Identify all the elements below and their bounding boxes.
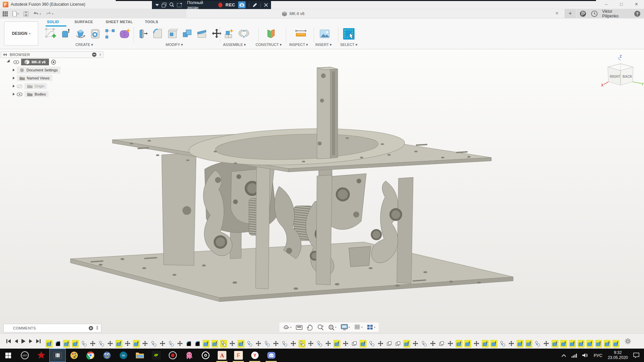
timeline-feature-joint[interactable] [150, 340, 157, 348]
action-center-icon[interactable] [633, 353, 639, 358]
timeline-feature-move[interactable] [255, 340, 262, 348]
timeline-feature-move[interactable] [159, 340, 166, 348]
look-at-icon[interactable] [296, 324, 303, 330]
timeline-feature-move[interactable] [412, 340, 419, 348]
activate-radio-icon[interactable] [51, 60, 56, 65]
expander-icon[interactable] [13, 69, 15, 71]
taskbar-app-fusion360[interactable]: F [230, 349, 247, 362]
timeline-feature-joint[interactable] [281, 340, 288, 348]
taskbar-app-uefi[interactable]: UEFI [16, 349, 33, 362]
timeline-feature-pattern[interactable] [351, 340, 358, 348]
expander-icon[interactable] [7, 59, 12, 65]
hide-panel-icon[interactable] [92, 52, 97, 57]
timeline-feature-joint[interactable] [246, 340, 253, 348]
timeline-feature-joint[interactable] [80, 340, 88, 348]
network-icon[interactable] [572, 353, 577, 358]
timeline-feature-joint[interactable] [98, 340, 105, 348]
timeline-feature-pattern[interactable] [438, 340, 445, 348]
timeline-feature-move[interactable] [290, 340, 297, 348]
timeline-feature-move[interactable] [89, 340, 96, 348]
timeline-feature-extrude[interactable] [46, 340, 53, 348]
timeline-feature-joint[interactable] [264, 340, 271, 348]
timeline-feature-move[interactable] [142, 340, 149, 348]
expand-comments-icon[interactable] [89, 326, 93, 330]
taskbar-app-sync-app[interactable] [197, 349, 214, 362]
timeline-feature-extrude[interactable] [612, 340, 620, 348]
timeline-feature-extrude[interactable] [569, 340, 576, 348]
expander-icon[interactable] [13, 93, 15, 96]
timeline-feature-move[interactable] [508, 340, 515, 348]
pan-icon[interactable] [307, 324, 313, 330]
browser-item-document-settings[interactable]: Document Settings [1, 66, 103, 74]
orbit-icon[interactable]: ▾ [283, 324, 291, 330]
timeline-feature-extrude[interactable] [525, 340, 532, 348]
timeline-feature-extrude[interactable] [560, 340, 567, 348]
zoom-icon[interactable]: ± [317, 324, 324, 330]
timeline-feature-extrude[interactable] [333, 340, 340, 348]
taskbar-app-pink-app[interactable] [181, 349, 197, 362]
timeline-feature-move[interactable] [473, 340, 480, 348]
timeline-feature-extrude[interactable] [455, 340, 463, 348]
timeline-feature-joint[interactable] [534, 340, 541, 348]
timeline-feature-move[interactable] [307, 340, 314, 348]
display-settings-icon[interactable]: ▾ [341, 324, 350, 330]
timeline-feature-extrude[interactable] [551, 340, 558, 348]
timeline-feature-extrude[interactable] [490, 340, 497, 348]
browser-item-named-views[interactable]: Named Views [1, 74, 103, 82]
timeline-feature-extrude[interactable] [517, 340, 524, 348]
timeline-feature-fillet[interactable] [185, 340, 192, 348]
timeline-feature-extrude[interactable] [604, 340, 611, 348]
volume-icon[interactable] [582, 353, 588, 358]
skip-start-icon[interactable] [6, 339, 11, 344]
comments-panel[interactable]: COMMENTS ‖ [3, 324, 101, 333]
timeline-feature-joint[interactable] [316, 340, 323, 348]
taskbar-app-chrome[interactable] [82, 349, 99, 362]
browser-item-bodies[interactable]: Bodies [1, 90, 103, 98]
timeline-feature-extrude[interactable] [63, 340, 70, 348]
expander-icon[interactable] [13, 85, 15, 87]
timeline-feature-move[interactable] [272, 340, 279, 348]
timeline-feature-move[interactable] [377, 340, 384, 348]
taskbar-app-autocad[interactable]: A [214, 349, 230, 362]
timeline-feature-extrude[interactable] [464, 340, 471, 348]
taskbar-app-arduino[interactable]: ∞ [115, 349, 131, 362]
taskbar-app-start[interactable] [0, 349, 16, 362]
timeline-feature-move[interactable] [342, 340, 349, 348]
timeline-feature-extrude[interactable] [586, 340, 593, 348]
view-cube[interactable]: Z RIGHT BACK X Y [600, 54, 644, 91]
visibility-eye-icon[interactable] [17, 93, 22, 96]
timeline-feature-fillet[interactable] [194, 340, 201, 348]
panel-grip[interactable]: ‖ [96, 325, 98, 331]
skip-end-icon[interactable] [36, 339, 41, 344]
timeline-feature-extrude[interactable] [360, 340, 367, 348]
taskbar-app-yandex[interactable]: Y [247, 349, 263, 362]
timeline-feature-joint[interactable] [220, 340, 227, 348]
play-icon[interactable] [21, 339, 26, 344]
timeline-feature-move[interactable] [124, 340, 131, 348]
taskbar-app-paint[interactable] [66, 349, 82, 362]
clock[interactable]: 9:32 23.05.2020 [608, 350, 628, 360]
fit-icon[interactable]: ▾ [328, 324, 336, 330]
timeline-feature-extrude[interactable] [595, 340, 602, 348]
timeline-feature-pattern[interactable] [386, 340, 393, 348]
timeline-feature-joint[interactable] [368, 340, 375, 348]
timeline-feature-extrude[interactable] [211, 340, 218, 348]
taskbar-app-discord[interactable] [263, 349, 279, 362]
timeline-feature-joint[interactable] [299, 340, 306, 348]
timeline-feature-joint[interactable] [421, 340, 428, 348]
panel-grip[interactable]: ‖ [99, 53, 101, 57]
timeline-feature-move[interactable] [229, 340, 236, 348]
collapse-panel-icon[interactable] [3, 53, 7, 56]
timeline-feature-extrude[interactable] [203, 340, 210, 348]
viewcube-back-face[interactable]: BACK [623, 75, 633, 78]
timeline-feature-move[interactable] [543, 340, 550, 348]
timeline-feature-extrude[interactable] [133, 340, 140, 348]
grid-icon[interactable]: ▾ [354, 324, 363, 330]
taskbar-app-nvidia[interactable] [148, 349, 164, 362]
step-back-icon[interactable] [14, 339, 18, 344]
expander-icon[interactable] [13, 77, 15, 79]
timeline-feature-extrude[interactable] [72, 340, 79, 348]
browser-item-origin[interactable]: Origin [1, 82, 103, 90]
timeline-feature-extrude[interactable] [482, 340, 489, 348]
viewports-icon[interactable]: ▾ [367, 324, 375, 330]
